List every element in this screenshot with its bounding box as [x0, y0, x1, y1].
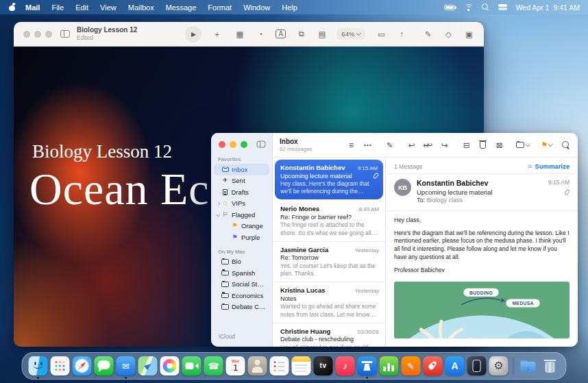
summarize-button[interactable]: ≡ Summarize — [528, 162, 569, 170]
dock-pages-icon[interactable]: ✎ — [402, 356, 421, 375]
move-to-folder-icon[interactable] — [516, 139, 530, 151]
document-icon[interactable]: ▣ — [464, 27, 474, 41]
dock-numbers-icon[interactable] — [380, 356, 399, 375]
dock-calendar-icon[interactable]: Wed1 — [226, 356, 245, 375]
sidebar-item-orange[interactable]: ⚑Orange — [214, 221, 269, 232]
dock-games-icon[interactable] — [424, 356, 443, 375]
chevron-down-icon[interactable] — [216, 213, 219, 217]
sidebar-item-debate-c[interactable]: Debate C… — [214, 301, 269, 313]
shapes-icon[interactable]: ⧉ — [296, 27, 306, 41]
archive-icon[interactable]: ⊟ — [461, 139, 471, 151]
sidebar-item-sent[interactable]: ✈Sent — [214, 175, 269, 187]
keynote-zoom-control[interactable]: 64% — [336, 28, 365, 40]
dock-iphone-mirroring-icon[interactable] — [467, 356, 487, 375]
wifi-icon[interactable] — [464, 4, 473, 11]
dock-trash-icon[interactable] — [541, 356, 560, 375]
message-body: Hey class,Here's the diagram that we'll … — [386, 211, 578, 281]
message-sender: Konstantin Babichev — [280, 164, 355, 171]
dock-notes-icon[interactable] — [292, 356, 311, 375]
mail-window-controls[interactable] — [219, 141, 247, 148]
comment-icon[interactable]: ▭ — [376, 27, 387, 41]
dock-facetime-icon[interactable] — [182, 356, 201, 375]
dock-settings-icon[interactable]: ⚙ — [489, 356, 509, 375]
dock-launchpad-icon[interactable] — [51, 356, 70, 375]
message-row[interactable]: Christine Huang03/30/26Debate club - res… — [273, 323, 385, 347]
menu-edit[interactable]: Edit — [75, 3, 88, 12]
mailbox-message-count: 62 messages — [280, 146, 340, 153]
menu-status-icons — [444, 3, 507, 11]
reply-all-icon[interactable]: ↩↩ — [423, 139, 433, 151]
chart-icon[interactable]: ◔ — [255, 27, 265, 41]
message-row[interactable]: Jasmine GarciaYesterdayRe: TomorrowYes, … — [273, 242, 385, 282]
sidebar-item-bio[interactable]: Bio — [214, 256, 269, 268]
apple-menu-icon[interactable] — [8, 3, 16, 12]
dock-maps-icon[interactable] — [138, 356, 158, 375]
format-icon[interactable]: ✎ — [423, 27, 433, 41]
trash-icon[interactable] — [478, 139, 488, 151]
message-row[interactable]: Nerio Mones8:49 AMRe: Fringe or barrier … — [273, 201, 385, 241]
menu-help[interactable]: Help — [282, 3, 297, 12]
sidebar-item-purple[interactable]: ⚑Purple — [214, 232, 269, 243]
message-preview: The fringe reef is attached to the shore… — [280, 221, 379, 236]
search-icon[interactable] — [561, 139, 571, 151]
menu-mail[interactable]: Mail — [25, 3, 40, 12]
text-box-icon[interactable]: A — [275, 29, 286, 38]
compose-icon[interactable]: ✎ — [384, 139, 395, 151]
dock-mail-icon[interactable]: ✉ — [117, 356, 136, 375]
play-icon[interactable]: ▶ — [185, 26, 201, 42]
junk-icon[interactable]: ⊠ — [494, 139, 504, 151]
flag-icon[interactable]: ⚑ — [541, 139, 552, 151]
menu-format[interactable]: Format — [208, 3, 232, 12]
dock-reminders-icon[interactable] — [270, 356, 289, 375]
dock-keynote-icon[interactable] — [358, 356, 377, 375]
paperclip-icon — [564, 188, 571, 195]
menu-message[interactable]: Message — [166, 3, 197, 12]
sidebar-item-drafts[interactable]: Drafts — [214, 186, 269, 198]
animate-icon[interactable]: ◇ — [443, 27, 454, 41]
reply-icon[interactable]: ↩ — [406, 139, 417, 151]
dock-safari-icon[interactable] — [73, 356, 92, 375]
mail-sidebar-toggle-icon[interactable] — [257, 141, 266, 148]
share-icon[interactable]: ↑ — [397, 27, 407, 41]
sidebar-item-inbox[interactable]: Inbox — [214, 164, 269, 175]
dock-music-icon[interactable]: ♪ — [336, 356, 355, 375]
battery-icon[interactable] — [444, 5, 455, 10]
dock-app-store-icon[interactable]: A — [445, 356, 465, 375]
control-center-icon[interactable] — [498, 4, 507, 10]
menu-window[interactable]: Window — [243, 3, 270, 12]
sidebar-item-vips[interactable]: ☆VIPs — [214, 198, 269, 210]
keynote-sidebar-toggle-icon[interactable] — [60, 30, 70, 38]
dock-contacts-icon[interactable] — [248, 356, 267, 375]
paperclip-icon — [373, 172, 380, 179]
dock-photos-icon[interactable] — [160, 356, 180, 375]
menu-file[interactable]: File — [51, 3, 64, 12]
sidebar-item-flagged[interactable]: ⚐Flagged — [214, 209, 269, 221]
dock-messages-icon[interactable] — [95, 356, 114, 375]
menu-view[interactable]: View — [100, 3, 117, 12]
more-icon[interactable]: ⋯ — [363, 139, 373, 151]
dock-downloads-icon[interactable]: ↓ — [519, 356, 538, 375]
dock-tv-icon[interactable]: tv — [314, 356, 333, 375]
media-icon[interactable]: ▤ — [317, 27, 327, 41]
message-subject: Notes — [280, 295, 379, 302]
menu-clock[interactable]: Wed Apr 1 9:41 AM — [516, 3, 580, 12]
add-slide-icon[interactable]: + — [212, 27, 222, 41]
message-row[interactable]: Kristina LucasYesterdayNotesWanted to go… — [273, 282, 385, 323]
menu-mailbox[interactable]: Mailbox — [128, 3, 154, 12]
forward-icon[interactable]: ↪ — [439, 139, 450, 151]
filter-icon[interactable]: ≡ — [346, 139, 356, 151]
sidebar-item-economics[interactable]: Economics — [214, 290, 269, 301]
keynote-window-controls[interactable] — [23, 31, 52, 38]
table-icon[interactable]: ▦ — [234, 27, 245, 41]
summarize-icon: ≡ — [528, 162, 532, 170]
sidebar-footer-icloud[interactable]: iCloud — [211, 329, 272, 341]
sidebar-item-spanish[interactable]: Spanish — [214, 267, 269, 279]
drafts-icon — [223, 189, 228, 196]
search-icon[interactable] — [482, 3, 489, 11]
dock-phone-icon[interactable]: ☎ — [204, 356, 223, 375]
message-row[interactable]: Konstantin Babichev9:15 AMUpcoming lectu… — [275, 160, 383, 199]
message-subject: Re: Tomorrow — [280, 254, 379, 261]
sidebar-item-social-st[interactable]: Social St… — [214, 279, 269, 291]
chevron-right-icon[interactable] — [216, 201, 219, 205]
dock-finder-icon[interactable] — [29, 356, 48, 375]
